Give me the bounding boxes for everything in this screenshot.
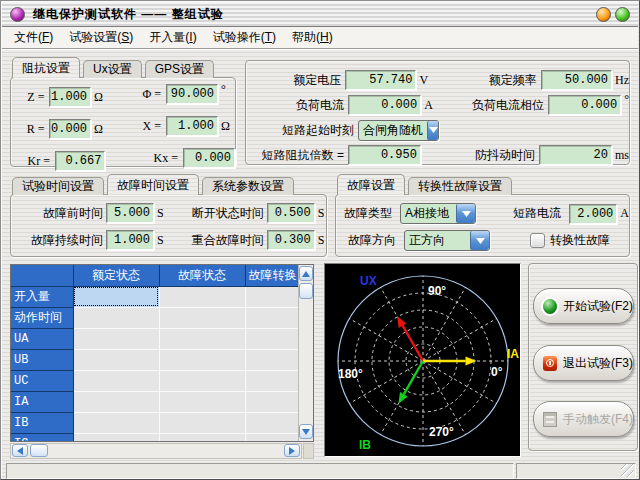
table-cell[interactable] (245, 370, 300, 391)
table-cell[interactable] (245, 433, 300, 442)
dropdown-arrow-icon[interactable] (456, 204, 475, 223)
z-field[interactable]: 1.000 (49, 87, 91, 107)
menu-binary-input[interactable]: 开入量(I) (141, 27, 204, 48)
tab-ux-settings[interactable]: Ux设置 (83, 60, 142, 78)
dropdown-arrow-icon[interactable] (470, 231, 489, 250)
debounce-label: 防抖动时间 (448, 147, 535, 164)
status-bar-right (516, 463, 636, 479)
prefault-time-field[interactable]: 5.000 (106, 203, 154, 223)
table-cell[interactable] (73, 391, 159, 412)
menu-test-settings[interactable]: 试验设置(S) (61, 27, 141, 48)
fault-type-combo[interactable]: A相接地 (400, 203, 476, 224)
tab-convert-fault-settings[interactable]: 转换性故障设置 (408, 177, 512, 195)
row-label: 开入量 (11, 286, 73, 307)
tab-impedance-settings[interactable]: 阻抗设置 (12, 57, 80, 78)
title-bar: 继电保护测试软件 —— 整组试验 (2, 2, 638, 27)
table-cell[interactable] (159, 349, 245, 370)
impedance-panel: Z = 1.000 Ω Φ = 90.000 ° R = 0.000 Ω X =… (10, 77, 236, 167)
resize-grip-icon[interactable] (621, 464, 634, 477)
menu-test-operation[interactable]: 试验操作(T) (205, 27, 284, 48)
horizontal-scroll-thumb[interactable] (30, 444, 48, 457)
load-current-field[interactable]: 0.000 (348, 95, 421, 115)
table-cell[interactable] (245, 328, 300, 349)
phasor-diagram: UX 90° IA 0° 180° 270° IB (325, 264, 520, 456)
table-cell[interactable] (245, 307, 300, 328)
menu-bar: 文件(F) 试验设置(S) 开入量(I) 试验操作(T) 帮助(H) (2, 27, 638, 49)
table-cell[interactable] (245, 412, 300, 433)
kx-field[interactable]: 0.000 (183, 148, 235, 168)
fault-duration-field[interactable]: 1.000 (106, 230, 154, 250)
horizontal-scrollbar[interactable] (10, 443, 302, 459)
convert-fault-checkbox[interactable] (530, 233, 545, 248)
phasor-dial-panel: UX 90° IA 0° 180° 270° IB (324, 263, 521, 457)
scroll-right-button[interactable] (284, 444, 300, 457)
table-cell[interactable] (159, 307, 245, 328)
table-cell[interactable] (73, 328, 159, 349)
impedance-tabstrip: 阻抗设置 Ux设置 GPS设置 (12, 57, 217, 78)
kr-field[interactable]: 0.667 (55, 151, 105, 171)
table-cell[interactable] (245, 391, 300, 412)
table-cell[interactable] (73, 349, 159, 370)
tab-fault-settings[interactable]: 故障设置 (337, 174, 405, 195)
manual-trigger-icon (543, 412, 557, 427)
rated-frequency-label: 额定频率 (452, 72, 537, 89)
debounce-field[interactable]: 20 (539, 145, 612, 165)
rated-frequency-field[interactable]: 50.000 (541, 70, 612, 90)
vertical-scrollbar[interactable] (298, 265, 313, 441)
minimize-button-icon[interactable] (596, 7, 611, 22)
fault-direction-combo[interactable]: 正方向 (404, 230, 490, 251)
table-cell[interactable] (73, 370, 159, 391)
rated-voltage-field[interactable]: 57.740 (345, 70, 416, 90)
scroll-up-button[interactable] (299, 266, 313, 281)
column-header[interactable]: 额定状态 (73, 265, 159, 286)
exit-test-button[interactable]: 退出试验(F3) (533, 345, 634, 381)
column-header[interactable]: 故障转换 (245, 265, 300, 286)
sc-start-value: 合闸角随机 (359, 121, 427, 140)
table-cell[interactable] (159, 433, 245, 442)
load-phase-unit: ° (624, 92, 629, 107)
scroll-down-button[interactable] (299, 424, 313, 439)
tab-system-parameter-settings[interactable]: 系统参数设置 (202, 177, 294, 195)
table-cell[interactable] (159, 412, 245, 433)
reclose-fault-time-field[interactable]: 0.300 (267, 230, 315, 250)
table-cell[interactable] (73, 286, 159, 307)
sc-current-field[interactable]: 2.000 (569, 204, 617, 224)
table-cell[interactable] (245, 349, 300, 370)
dropdown-arrow-icon[interactable] (427, 121, 438, 140)
row-label: IC (11, 433, 73, 442)
row-label: IB (11, 412, 73, 433)
scroll-left-button[interactable] (12, 444, 28, 457)
tab-fault-time-settings[interactable]: 故障时间设置 (107, 174, 199, 195)
manual-trigger-button: 手动触发(F4) (533, 401, 634, 437)
x-field[interactable]: 1.000 (166, 116, 218, 136)
tab-gps-settings[interactable]: GPS设置 (145, 60, 214, 78)
start-test-button[interactable]: 开始试验(F2) (533, 288, 634, 324)
table-cell[interactable] (159, 391, 245, 412)
tab-test-time-settings[interactable]: 试验时间设置 (12, 177, 104, 195)
sc-start-combo[interactable]: 合闸角随机 (358, 120, 439, 141)
open-state-time-field[interactable]: 0.500 (267, 203, 315, 223)
table-cell[interactable] (159, 328, 245, 349)
menu-file[interactable]: 文件(F) (6, 27, 61, 48)
table-cell[interactable] (159, 370, 245, 391)
table-cell[interactable] (245, 286, 300, 307)
vertical-scroll-thumb[interactable] (299, 283, 313, 299)
phi-field[interactable]: 90.000 (166, 84, 218, 104)
column-header[interactable]: 故障状态 (159, 265, 245, 286)
sc-multiple-field[interactable]: 0.950 (348, 145, 421, 165)
load-phase-field[interactable]: 0.000 (548, 95, 621, 115)
table-row: UB (11, 349, 300, 370)
menu-help[interactable]: 帮助(H) (284, 27, 341, 48)
axis-label-90: 90° (428, 284, 446, 298)
table-cell[interactable] (73, 433, 159, 442)
table-cell[interactable] (73, 412, 159, 433)
table-cell[interactable] (73, 307, 159, 328)
table-row: UC (11, 370, 300, 391)
open-state-time-unit: S (318, 206, 325, 221)
r-field[interactable]: 0.000 (49, 119, 91, 139)
phi-label: Φ = (127, 87, 161, 102)
sc-multiple-label: 短路阻抗倍数 = (246, 147, 344, 164)
rated-voltage-label: 额定电压 (246, 72, 341, 89)
close-button-icon[interactable] (615, 7, 630, 22)
table-cell[interactable] (159, 286, 245, 307)
